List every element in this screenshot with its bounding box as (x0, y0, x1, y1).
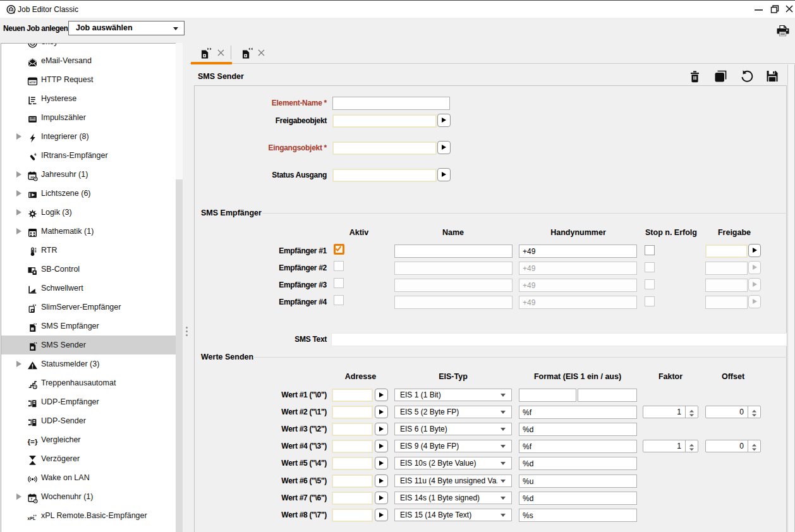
svg-text:xPL: xPL (28, 516, 36, 521)
svg-text:{=}: {=} (28, 437, 38, 445)
svg-text:s: s (32, 328, 33, 330)
svg-text:HTTP: HTTP (30, 82, 36, 84)
svg-text:7: 7 (31, 498, 33, 501)
svg-text:s: s (32, 347, 33, 349)
svg-text:365: 365 (30, 176, 34, 179)
svg-text:888: 888 (31, 117, 34, 119)
